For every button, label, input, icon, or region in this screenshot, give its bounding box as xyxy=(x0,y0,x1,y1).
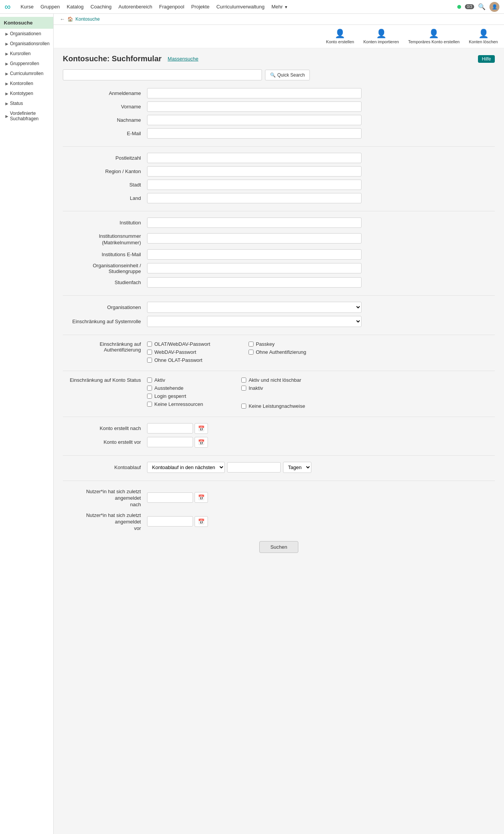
zuletzt-vor-input[interactable] xyxy=(147,516,193,527)
sidebar-item-kontotypen[interactable]: ▶ Kontotypen xyxy=(0,88,53,98)
nachname-input[interactable] xyxy=(147,115,362,125)
checkbox-aktiv-nicht-loeschbar[interactable] xyxy=(241,378,246,383)
back-button[interactable]: ← xyxy=(60,16,65,22)
status-aktiv-nicht-loeschbar[interactable]: Aktiv und nicht löschbar xyxy=(241,377,305,383)
email-row: E-Mail xyxy=(63,128,495,139)
selects-section: Organisationen Einschränkung auf Systemr… xyxy=(63,302,495,327)
arrow-icon: ▶ xyxy=(5,62,8,66)
status-col-right: Aktiv und nicht löschbar Inaktiv Keine L… xyxy=(241,377,305,409)
status-keine-lernressourcen[interactable]: Keine Lernressourcen xyxy=(147,401,203,407)
land-input[interactable] xyxy=(147,193,362,203)
action-temporaeres-konto[interactable]: 👤 Temporäres Konto erstellen xyxy=(408,29,460,44)
quick-search-button[interactable]: 🔍 Quick Search xyxy=(265,70,310,80)
search-icon[interactable]: 🔍 xyxy=(478,3,486,10)
sidebar-item-kontorollen[interactable]: ▶ Kontorollen xyxy=(0,78,53,88)
checkbox-ohne-olat[interactable] xyxy=(147,358,152,363)
stadt-input[interactable] xyxy=(147,180,362,190)
konto-vor-calendar-button[interactable]: 📅 xyxy=(195,437,208,448)
home-icon[interactable]: 🏠 xyxy=(67,16,73,22)
auth-ohne-auth[interactable]: Ohne Authentifizierung xyxy=(249,349,306,355)
checkbox-webdav[interactable] xyxy=(147,350,152,355)
checkbox-keine-leistungsnachweise[interactable] xyxy=(241,404,246,409)
search-button[interactable]: Suchen xyxy=(259,541,298,553)
auth-col-right: Passkey Ohne Authentifizierung xyxy=(249,341,306,363)
kontoablauf-label: Kontoablauf xyxy=(63,464,147,470)
breadcrumb-kontosuche[interactable]: Kontosuche xyxy=(75,16,100,22)
konto-vor-input[interactable] xyxy=(147,437,193,447)
institution-input[interactable] xyxy=(147,217,362,228)
org-studiengruppe-input[interactable] xyxy=(147,263,362,273)
systemrolle-select[interactable] xyxy=(147,316,362,327)
status-ausstehende[interactable]: Ausstehende xyxy=(147,385,203,391)
arrow-icon: ▶ xyxy=(5,101,8,106)
kontoablauf-unit-select[interactable]: Tagen xyxy=(283,462,311,473)
nav-curriculumverwaltung[interactable]: Curriculumverwaltung xyxy=(216,4,265,10)
postleitzahl-input[interactable] xyxy=(147,153,362,163)
checkbox-passkey[interactable] xyxy=(249,342,254,347)
checkbox-ausstehende[interactable] xyxy=(147,386,152,391)
kontoablauf-type-select[interactable]: Kontoablauf in den nächsten xyxy=(147,462,225,473)
checkbox-login-gesperrt[interactable] xyxy=(147,394,152,399)
nav-fragenpool[interactable]: Fragenpool xyxy=(159,4,184,10)
region-input[interactable] xyxy=(147,166,362,177)
checkbox-aktiv[interactable] xyxy=(147,378,152,383)
nav-katalog[interactable]: Katalog xyxy=(67,4,83,10)
kontoablauf-value-input[interactable] xyxy=(227,462,281,473)
anmeldename-input[interactable] xyxy=(147,88,362,98)
auth-olat-webdav[interactable]: OLAT/WebDAV-Passwort xyxy=(147,341,210,347)
sidebar-item-kursrollen[interactable]: ▶ Kursrollen xyxy=(0,49,53,59)
zuletzt-nach-calendar-button[interactable]: 📅 xyxy=(195,492,208,503)
sidebar-item-vordefinierte[interactable]: ▶ Vordefinierte Suchabfragen xyxy=(0,108,53,124)
sidebar-item-organisationen[interactable]: ▶ Organisationen xyxy=(0,29,53,39)
avatar[interactable]: 👤 xyxy=(489,2,499,12)
sidebar-item-status[interactable]: ▶ Status xyxy=(0,98,53,108)
action-konto-erstellen[interactable]: 👤 Konto erstellen xyxy=(326,29,354,44)
zuletzt-vor-calendar-button[interactable]: 📅 xyxy=(195,516,208,527)
auth-passkey[interactable]: Passkey xyxy=(249,341,306,347)
studienfach-input[interactable] xyxy=(147,277,362,288)
action-konten-loeschen[interactable]: 👤 Konten löschen xyxy=(469,29,498,44)
arrow-icon: ▶ xyxy=(5,92,8,96)
stadt-label: Stadt xyxy=(63,182,147,188)
sidebar-item-curriculumrollen[interactable]: ▶ Curriculumrollen xyxy=(0,69,53,78)
nav-mehr[interactable]: Mehr ▼ xyxy=(272,4,288,10)
hilfe-badge[interactable]: Hilfe xyxy=(478,55,495,63)
auth-ohne-olat[interactable]: Ohne OLAT-Passwort xyxy=(147,357,210,363)
konto-nach-label: Konto erstellt nach xyxy=(63,425,147,431)
zuletzt-nach-input[interactable] xyxy=(147,492,193,503)
status-keine-leistungsnachweise[interactable]: Keine Leistungnachweise xyxy=(241,403,305,409)
konto-nach-calendar-button[interactable]: 📅 xyxy=(195,423,208,434)
email-input[interactable] xyxy=(147,128,362,139)
konto-nach-input[interactable] xyxy=(147,423,193,433)
vorname-row: Vorname xyxy=(63,101,495,112)
status-aktiv[interactable]: Aktiv xyxy=(147,377,203,383)
content-area: ← 🏠 Kontosuche 👤 Konto erstellen 👤 Konte… xyxy=(54,14,504,834)
checkbox-ohne-auth[interactable] xyxy=(249,350,254,355)
checkbox-keine-lernressourcen[interactable] xyxy=(147,402,152,407)
organisationen-select[interactable] xyxy=(147,302,362,313)
status-inaktiv[interactable]: Inaktiv xyxy=(241,385,305,391)
massensuche-link[interactable]: Massensuche xyxy=(168,56,198,62)
nav-coaching[interactable]: Coaching xyxy=(90,4,111,10)
breadcrumb: ← 🏠 Kontosuche xyxy=(54,14,504,25)
checkbox-inaktiv[interactable] xyxy=(241,386,246,391)
institutionsnummer-input[interactable] xyxy=(147,233,362,244)
kontoablauf-inputs: Kontoablauf in den nächsten Tagen xyxy=(147,462,311,473)
checkbox-olat-webdav[interactable] xyxy=(147,342,152,347)
institutions-email-input[interactable] xyxy=(147,249,362,260)
nav-gruppen[interactable]: Gruppen xyxy=(41,4,60,10)
vorname-input[interactable] xyxy=(147,101,362,112)
arrow-icon: ▶ xyxy=(5,42,8,46)
status-login-gesperrt[interactable]: Login gesperrt xyxy=(147,393,203,399)
logo-icon[interactable]: ∞ xyxy=(5,2,11,12)
nav-kurse[interactable]: Kurse xyxy=(21,4,34,10)
nav-projekte[interactable]: Projekte xyxy=(191,4,209,10)
nav-autorenbereich[interactable]: Autorenbereich xyxy=(118,4,152,10)
sidebar-item-gruppenrollen[interactable]: ▶ Gruppenrollen xyxy=(0,59,53,69)
action-konten-importieren[interactable]: 👤 Konten importieren xyxy=(363,29,399,44)
auth-webdav[interactable]: WebDAV-Passwort xyxy=(147,349,210,355)
quick-search-input[interactable] xyxy=(63,69,262,80)
postleitzahl-label: Postleitzahl xyxy=(63,155,147,161)
konto-vor-row: Konto erstellt vor 📅 xyxy=(63,437,495,448)
sidebar-item-organisationsrollen[interactable]: ▶ Organisationsrollen xyxy=(0,39,53,49)
